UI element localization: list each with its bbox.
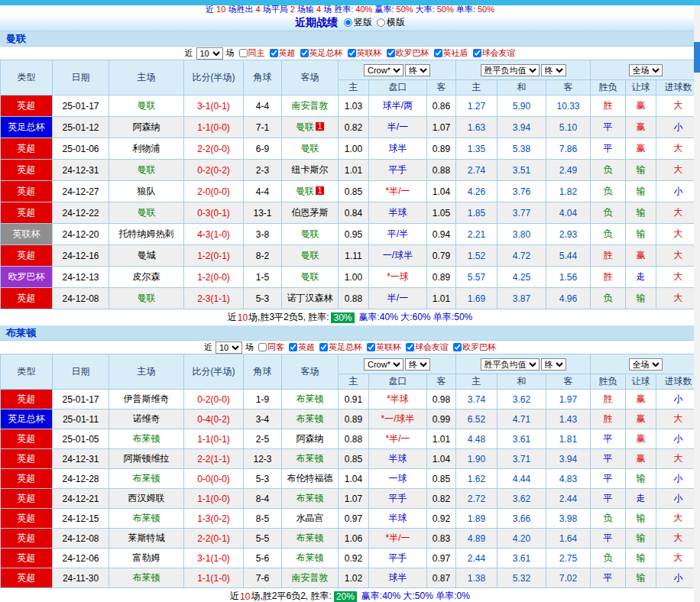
cell-home-team: 西汉姆联 bbox=[109, 489, 184, 509]
league-filter[interactable]: 英超 bbox=[270, 47, 296, 59]
league-filter-checkbox[interactable] bbox=[473, 49, 481, 57]
league-filter[interactable]: 英联杯 bbox=[348, 47, 382, 59]
league-filter[interactable]: 欧罗巴杯 bbox=[387, 47, 429, 59]
match-row: 英足总杯25-01-12阿森纳1-1(0-0)7-1曼联10.82半/一1.07… bbox=[1, 117, 700, 138]
league-filter[interactable]: 英超 bbox=[289, 341, 315, 353]
league-filter[interactable]: 同主 bbox=[239, 47, 265, 59]
league-filter[interactable]: 欧罗巴杯 bbox=[453, 341, 496, 353]
col-type-header: 类型 bbox=[1, 354, 53, 390]
league-filter-checkbox[interactable] bbox=[258, 343, 267, 351]
league-filter[interactable]: 同客 bbox=[258, 341, 284, 353]
cell-handicap: 平手 bbox=[369, 549, 427, 568]
cell-handicap: 半/一 bbox=[369, 288, 427, 309]
league-filter[interactable]: 球会友谊 bbox=[406, 341, 449, 353]
subcol-result-wdl: 胜负 bbox=[591, 80, 626, 95]
scope-select[interactable]: 全场 bbox=[629, 64, 663, 76]
red-card-badge: 1 bbox=[316, 122, 324, 131]
cell-avg-lose: 1.81 bbox=[546, 429, 591, 449]
league-filter[interactable]: 英足总杯 bbox=[300, 47, 343, 59]
odds-company-select[interactable]: Crow* bbox=[364, 358, 403, 371]
home-team-name: 诺维奇 bbox=[133, 413, 160, 424]
league-filter-checkbox[interactable] bbox=[289, 343, 297, 351]
scrollbar-thumb[interactable] bbox=[694, 42, 700, 73]
cell-home-team: 托特纳姆热刺 bbox=[109, 224, 184, 245]
layout-radio[interactable] bbox=[377, 18, 385, 27]
cell-away-odds: 0.86 bbox=[427, 95, 456, 117]
cell-result-handicap: 走 bbox=[626, 489, 656, 509]
avg-type-select[interactable]: 胜平负均值 bbox=[481, 64, 540, 76]
league-filter-checkbox[interactable] bbox=[300, 49, 309, 57]
subcol-odds-home: 主 bbox=[339, 80, 369, 95]
away-team-name: 布莱顿 bbox=[297, 413, 324, 424]
cell-result-wdl: 胜 bbox=[591, 95, 626, 117]
final-select-2[interactable]: 终 bbox=[541, 358, 566, 371]
summary-row: 近10场,胜3平2负5, 胜率: 30%赢率:40% 大:60% 单率:50% bbox=[0, 309, 700, 325]
cell-avg-win: 1.89 bbox=[456, 509, 497, 529]
cell-away-team: 伯恩茅斯 bbox=[282, 202, 339, 224]
odds-company-select[interactable]: Crow* bbox=[364, 64, 403, 76]
final-select-2[interactable]: 终 bbox=[541, 64, 566, 76]
scope-header-cell: 全场 bbox=[591, 60, 700, 80]
cell-league-type: 英超 bbox=[1, 390, 53, 409]
layout-radio-option[interactable]: 竖版 bbox=[344, 16, 372, 29]
cell-score: 2-3(1-1) bbox=[184, 288, 244, 309]
league-filter-checkbox[interactable] bbox=[348, 49, 356, 57]
cell-handicap: *一/球半 bbox=[369, 409, 427, 429]
league-filter-checkbox[interactable] bbox=[453, 343, 462, 351]
cell-away-odds: 0.87 bbox=[427, 568, 456, 588]
cell-result-wdl: 负 bbox=[591, 181, 626, 202]
cell-away-team: 布莱顿 bbox=[282, 390, 339, 409]
scope-select[interactable]: 全场 bbox=[629, 358, 663, 371]
subcol-avg-lose: 客 bbox=[546, 374, 591, 390]
match-row: 英联杯24-12-20托特纳姆热刺4-3(1-0)3-8曼联0.95平/半0.9… bbox=[1, 224, 700, 245]
cell-corner: 1-9 bbox=[244, 390, 282, 409]
layout-radio-option[interactable]: 横版 bbox=[377, 16, 405, 29]
final-select[interactable]: 终 bbox=[405, 358, 430, 371]
cell-result-handicap: 输 bbox=[626, 529, 656, 549]
cell-away-odds: 1.04 bbox=[427, 181, 456, 202]
league-filter-checkbox[interactable] bbox=[239, 49, 248, 57]
cell-avg-draw: 5.38 bbox=[497, 138, 546, 160]
cell-avg-win: 2.44 bbox=[456, 549, 497, 568]
cell-date: 25-01-11 bbox=[53, 409, 109, 429]
home-team-name: 布莱顿 bbox=[133, 572, 160, 583]
away-team-name: 南安普敦 bbox=[292, 572, 329, 583]
col-away-header: 客场 bbox=[282, 354, 339, 390]
league-filter-checkbox[interactable] bbox=[387, 49, 395, 57]
layout-radio[interactable] bbox=[344, 18, 352, 27]
away-team-name: 布莱顿 bbox=[297, 532, 324, 543]
recent-count-select[interactable]: 10 bbox=[196, 47, 223, 60]
away-team-name: 曼联 bbox=[296, 186, 314, 196]
cell-result-handicap: 赢 bbox=[626, 95, 656, 117]
recent-count-select[interactable]: 10 bbox=[216, 341, 242, 354]
league-filter[interactable]: 英联杯 bbox=[367, 341, 401, 353]
cell-avg-win: 1.63 bbox=[456, 117, 497, 138]
league-filter-checkbox[interactable] bbox=[367, 343, 375, 351]
subcol-handicap: 盘口 bbox=[369, 80, 427, 95]
cell-home-team: 皮尔森 bbox=[109, 267, 184, 288]
cell-avg-lose: 4.83 bbox=[546, 469, 591, 489]
league-filter-checkbox[interactable] bbox=[270, 49, 278, 57]
league-filter[interactable]: 球会友谊 bbox=[473, 47, 516, 59]
cell-home-team: 阿森纳 bbox=[109, 117, 184, 138]
league-filter-checkbox[interactable] bbox=[434, 49, 442, 57]
team-section: 布莱顿近10场同客英超英足总杯英联杯球会友谊欧罗巴杯类型日期主场比分(半场)角球… bbox=[0, 325, 700, 602]
avg-header-cell: 胜平负均值终 bbox=[456, 60, 591, 80]
cell-date: 24-12-20 bbox=[53, 224, 109, 245]
cell-avg-win: 1.62 bbox=[456, 469, 497, 489]
away-team-name: 布莱顿 bbox=[297, 552, 324, 563]
cell-avg-lose: 1.64 bbox=[546, 529, 591, 549]
league-filter-checkbox[interactable] bbox=[319, 343, 328, 351]
league-filter-checkbox[interactable] bbox=[406, 343, 414, 351]
cell-corner: 5-3 bbox=[244, 469, 282, 489]
final-select[interactable]: 终 bbox=[405, 64, 430, 76]
cell-handicap: 平手 bbox=[369, 160, 427, 181]
recent-matches-table: 类型日期主场比分(半场)角球客场Crow*终胜平负均值终全场主盘口客主和客胜负让… bbox=[0, 354, 700, 588]
league-filter[interactable]: 英社盾 bbox=[434, 47, 468, 59]
avg-type-select[interactable]: 胜平负均值 bbox=[481, 358, 540, 371]
league-filter[interactable]: 英足总杯 bbox=[319, 341, 362, 353]
scrollbar[interactable] bbox=[694, 5, 700, 602]
cell-avg-win: 1.27 bbox=[456, 95, 497, 117]
page-title: 近期战绩 bbox=[295, 16, 338, 30]
home-team-name: 曼联 bbox=[138, 293, 156, 303]
